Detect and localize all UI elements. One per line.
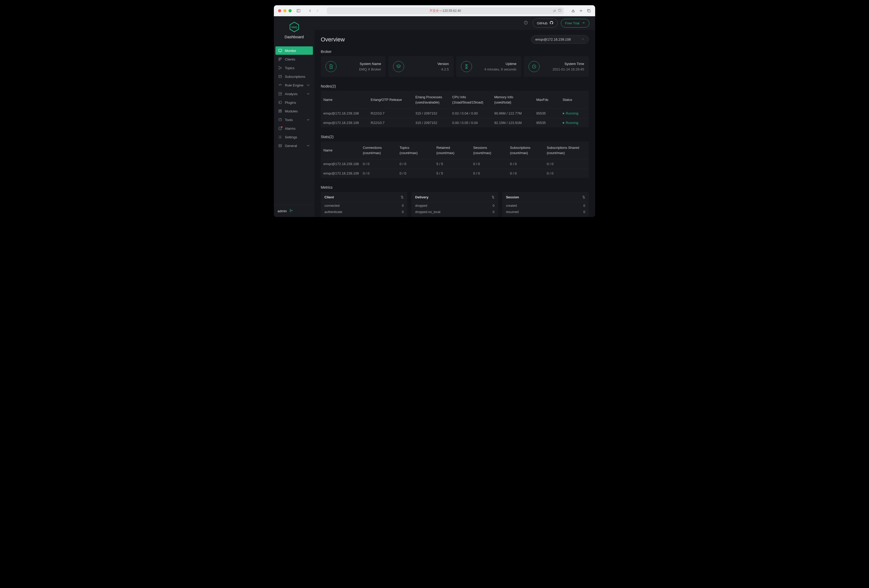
sidebar-item-label: Tools [285,118,293,122]
logout-icon[interactable] [289,209,293,213]
share-icon[interactable] [571,9,575,13]
github-label: GitHub [537,21,547,25]
settings-icon [278,135,282,139]
svg-rect-16 [279,75,282,77]
sidebar-item-label: Topics [285,66,295,70]
metric-box-delivery: Delivery ⇅ dropped0 dropped.no_local0 dr… [411,192,498,217]
translate-icon[interactable]: ⇄ [553,9,556,13]
sidebar-item-tools[interactable]: Tools [276,116,313,124]
table-row: emqx@172.16.239.108 0 / 0 0 / 0 5 / 5 0 … [321,159,589,169]
close-window[interactable] [278,9,281,12]
back-button[interactable] [308,9,312,13]
monitor-icon [278,49,282,53]
sidebar-toggle-icon[interactable] [297,9,301,13]
metric-row: dropped.too_large0 [411,215,498,217]
sidebar-item-general[interactable]: General [276,142,313,150]
nodes-title: Nodes(2) [321,84,589,88]
metric-row: dropped0 [411,203,498,209]
sidebar-item-alarms[interactable]: Alarms [276,124,313,133]
svg-text:EMQ: EMQ [291,26,297,28]
sidebar-item-label: Modules [285,109,298,113]
forward-button[interactable] [315,9,319,13]
sort-icon[interactable]: ⇅ [492,195,494,199]
document-icon [325,61,337,72]
table-row: emqx@172.16.239.108 R22/10.7 315 / 20971… [321,108,589,118]
metric-row: resumed0 [503,209,589,215]
metric-head[interactable]: Delivery ⇅ [411,192,498,203]
new-tab-icon[interactable] [579,9,583,13]
node-select-value: emqx@172.16.239.108 [535,37,571,41]
metrics-title: Metrics [321,185,589,190]
clock-icon [529,61,540,72]
tabs-icon[interactable] [587,9,591,13]
free-trial-button[interactable]: Free Trial [561,19,589,28]
sidebar-item-analysis[interactable]: Analysis [276,90,313,98]
topics-icon [278,66,282,70]
metrics-row: Client ⇅ connected0 authenticate0 auth.a… [321,192,589,217]
free-trial-label: Free Trial [565,21,580,25]
sidebar-item-label: Alarms [285,127,295,130]
sidebar-item-monitor[interactable]: Monitor [276,46,313,55]
logo-area: EMQ Dashboard [274,16,314,41]
sidebar-item-label: Monitor [285,49,296,53]
sort-icon[interactable]: ⇅ [582,195,585,199]
chevron-down-icon [306,144,310,148]
maximize-window[interactable] [289,9,292,12]
metric-row: authenticate0 [321,209,407,215]
github-icon [550,21,553,25]
svg-point-27 [280,136,281,138]
sidebar-item-label: General [285,144,297,148]
minimize-window[interactable] [283,9,286,12]
alarm-badge [281,126,283,127]
analysis-icon [278,92,282,96]
broker-cards: System NameEMQ X Broker Version4.2.5 Upt… [321,56,589,77]
card-system-time: System Time2021-01-14 16:28:45 [524,56,589,77]
metric-row: connected0 [321,203,407,209]
logo-label: Dashboard [274,35,314,39]
reload-icon[interactable] [558,9,562,13]
sidebar-item-rule-engine[interactable]: Rule Engine [276,81,313,89]
svg-point-26 [280,129,280,129]
sidebar-item-topics[interactable]: Topics [276,64,313,72]
current-user: admin [277,209,287,213]
sidebar-footer: admin [274,204,314,217]
metric-row: auth.anonymous0 [321,215,407,217]
node-select[interactable]: emqx@172.16.239.108 [531,35,589,44]
tools-icon [278,118,282,122]
metric-box-session: Session ⇅ created0 resumed0 takeovered0 … [503,192,589,217]
table-header-row: Name Connections (count/max) Topics (cou… [321,142,589,159]
status-cell: Running [563,109,586,118]
sidebar-item-subscriptions[interactable]: Subscriptions [276,72,313,81]
help-icon[interactable] [523,21,528,26]
sidebar-item-label: Settings [285,135,297,139]
layers-icon [393,61,404,72]
table-row: emqx@172.16.239.109 0 / 0 0 / 0 5 / 5 0 … [321,169,589,178]
url-bar[interactable]: 不安全 — 120.55.62.40 ⇄ [327,7,564,14]
hourglass-icon [461,61,472,72]
svg-rect-10 [279,58,280,59]
sidebar: EMQ Dashboard Monitor Clients Topics [274,16,314,217]
status-dot-icon [563,122,564,124]
sidebar-item-modules[interactable]: Modules [276,107,313,115]
svg-rect-8 [279,49,282,52]
sidebar-item-label: Plugins [285,101,296,105]
metric-head[interactable]: Client ⇅ [321,192,407,203]
svg-rect-28 [279,144,282,145]
emq-logo-icon: EMQ [289,21,300,33]
metric-head[interactable]: Session ⇅ [503,192,589,203]
titlebar: 不安全 — 120.55.62.40 ⇄ [274,5,595,16]
github-button[interactable]: GitHub [533,19,558,28]
sort-icon[interactable]: ⇅ [401,195,403,199]
svg-rect-21 [280,110,282,111]
page-title: Overview [321,36,345,43]
svg-rect-20 [279,110,280,111]
sidebar-item-clients[interactable]: Clients [276,55,313,64]
nav: Monitor Clients Topics Subscriptions Rul… [274,41,314,204]
svg-rect-11 [280,58,282,59]
sidebar-item-settings[interactable]: Settings [276,133,313,141]
card-uptime: Uptime4 minutes, 8 seconds [456,56,521,77]
subscriptions-icon [278,74,282,78]
table-header-row: Name Erlang/OTP Release Erlang Processes… [321,91,589,108]
sidebar-item-plugins[interactable]: Plugins [276,98,313,107]
sidebar-item-label: Clients [285,58,295,61]
